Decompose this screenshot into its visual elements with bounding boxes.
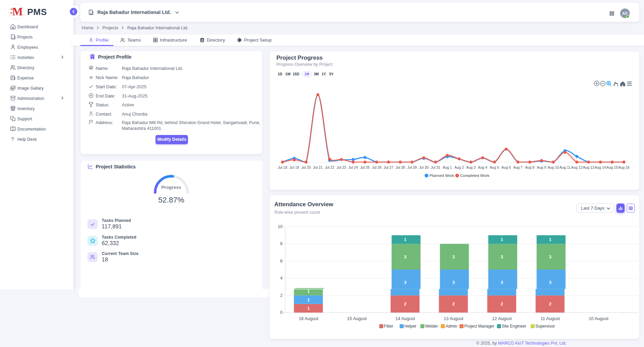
svg-text:Jul 29: Jul 29 <box>407 165 417 169</box>
svg-text:Jul 18: Jul 18 <box>278 165 287 169</box>
svg-text:3: 3 <box>452 280 455 285</box>
svg-text:6: 6 <box>280 259 283 263</box>
svg-text:Jul 21: Jul 21 <box>313 165 323 169</box>
svg-text:Aug 14: Aug 14 <box>595 165 606 169</box>
svg-text:3: 3 <box>501 280 503 285</box>
svg-text:10 August: 10 August <box>589 316 609 321</box>
svg-text:Fitter: Fitter <box>384 324 393 329</box>
svg-text:2: 2 <box>280 293 283 298</box>
svg-text:Jul 31: Jul 31 <box>431 165 440 169</box>
svg-text:2: 2 <box>452 302 455 306</box>
svg-text:2: 2 <box>549 302 551 306</box>
svg-text:Planned Work: Planned Work <box>430 174 454 178</box>
svg-text:Aug 9: Aug 9 <box>537 165 546 169</box>
svg-text:3: 3 <box>549 280 551 285</box>
svg-text:Admin: Admin <box>446 324 457 329</box>
svg-text:Jul 23: Jul 23 <box>337 165 346 169</box>
svg-text:Aug 3: Aug 3 <box>466 165 476 169</box>
svg-text:Jul 28: Jul 28 <box>396 165 405 169</box>
svg-text:3: 3 <box>452 255 455 259</box>
svg-text:3: 3 <box>404 280 406 285</box>
svg-text:2: 2 <box>501 302 503 306</box>
svg-text:Jul 19: Jul 19 <box>290 165 299 169</box>
svg-text:Aug 7: Aug 7 <box>513 165 523 169</box>
svg-text:Supervisor: Supervisor <box>535 324 555 329</box>
svg-text:3: 3 <box>501 255 503 259</box>
svg-text:Jul 24: Jul 24 <box>348 165 358 169</box>
svg-text:Aug 16: Aug 16 <box>618 165 629 169</box>
svg-text:Aug 5: Aug 5 <box>490 165 499 169</box>
svg-text:M: M <box>12 5 23 18</box>
svg-text:Jul 20: Jul 20 <box>301 165 311 169</box>
svg-text:1: 1 <box>501 237 503 242</box>
svg-text:Jul 27: Jul 27 <box>384 165 393 169</box>
svg-text:10: 10 <box>278 224 283 229</box>
svg-text:Aug 11: Aug 11 <box>560 165 571 169</box>
svg-text:Jul 22: Jul 22 <box>325 165 334 169</box>
svg-text:Aug 1: Aug 1 <box>442 165 452 169</box>
svg-text:15 August: 15 August <box>347 316 367 321</box>
svg-text:Jul 25: Jul 25 <box>360 165 370 169</box>
svg-text:11 August: 11 August <box>541 316 560 321</box>
svg-text:Helper: Helper <box>404 324 416 329</box>
svg-text:16 August: 16 August <box>299 316 319 321</box>
svg-text:Site Engineer: Site Engineer <box>502 324 526 329</box>
svg-text:Completed Work: Completed Work <box>460 174 489 178</box>
svg-text:1: 1 <box>307 306 310 311</box>
svg-text:Project Manager: Project Manager <box>464 324 494 329</box>
svg-text:4: 4 <box>280 276 283 281</box>
svg-text:3: 3 <box>549 255 551 259</box>
svg-text:14 August: 14 August <box>396 316 415 321</box>
svg-text:1: 1 <box>549 237 551 242</box>
svg-text:1: 1 <box>307 289 310 294</box>
svg-text:0: 0 <box>280 310 283 315</box>
svg-text:Aug 12: Aug 12 <box>571 165 582 169</box>
svg-text:Aug 13: Aug 13 <box>583 165 594 169</box>
svg-text:Aug 6: Aug 6 <box>501 165 511 169</box>
svg-text:Aug 10: Aug 10 <box>548 165 559 169</box>
svg-text:Welder: Welder <box>425 324 438 329</box>
svg-text:12 August: 12 August <box>492 316 512 321</box>
svg-text:13 August: 13 August <box>444 316 464 321</box>
svg-text:Aug 15: Aug 15 <box>607 165 618 169</box>
svg-text:2: 2 <box>404 302 406 306</box>
svg-text:Aug 2: Aug 2 <box>454 165 464 169</box>
svg-text:Aug 8: Aug 8 <box>525 165 535 169</box>
svg-text:Jul 26: Jul 26 <box>372 165 382 169</box>
svg-text:8: 8 <box>280 241 283 246</box>
svg-text:1: 1 <box>307 298 310 302</box>
svg-text:Jul 30: Jul 30 <box>419 165 429 169</box>
svg-text:1: 1 <box>404 237 406 242</box>
svg-text:Aug 4: Aug 4 <box>478 165 487 169</box>
svg-text:3: 3 <box>404 255 406 259</box>
